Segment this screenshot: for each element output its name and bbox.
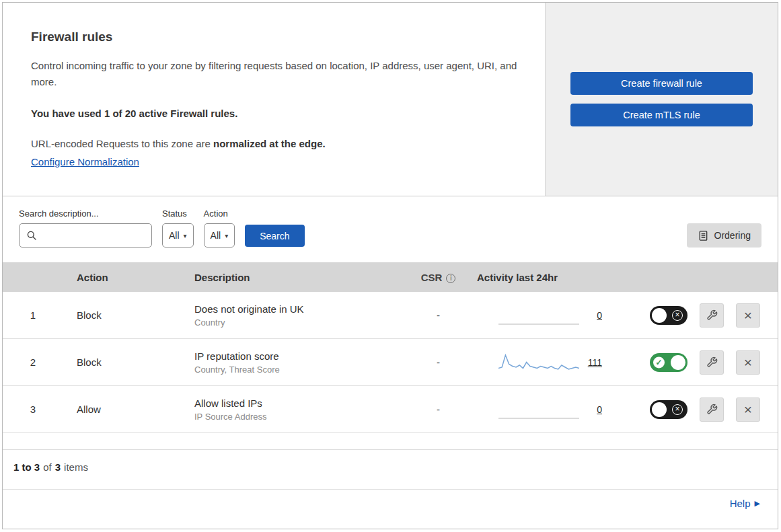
rule-action: Allow	[63, 404, 181, 415]
table-row: 2 Block IP reputation score Country, Thr…	[3, 339, 778, 386]
normalization-note: URL-encoded Requests to this zone are no…	[31, 138, 518, 149]
x-icon: ×	[672, 404, 683, 415]
action-column-header: Action	[63, 272, 181, 283]
check-icon: ✓	[653, 356, 665, 368]
search-icon	[26, 230, 37, 241]
rule-enabled-toggle[interactable]: ✓ ×	[650, 400, 687, 419]
chevron-down-icon: ▾	[225, 232, 228, 239]
table-header: Action Description CSRi Activity last 24…	[3, 262, 778, 292]
configure-normalization-link[interactable]: Configure Normalization	[31, 156, 139, 167]
page-description: Control incoming traffic to your zone by…	[31, 58, 518, 90]
rule-priority: 1	[3, 309, 63, 321]
rule-csr: -	[400, 309, 463, 321]
table-row: 1 Block Does not originate in UK Country…	[3, 292, 778, 339]
rule-criteria: IP Source Address	[194, 412, 400, 422]
table-bottom-spacer	[3, 433, 778, 449]
rule-criteria: Country	[194, 317, 400, 328]
info-icon[interactable]: i	[446, 274, 455, 283]
wrench-icon	[706, 356, 718, 368]
rule-enabled-toggle[interactable]: ✓ ×	[650, 306, 687, 325]
edit-rule-button[interactable]	[700, 303, 724, 328]
rule-controls: ✓ × ×	[605, 397, 778, 422]
rule-description-cell: Does not originate in UK Country	[181, 303, 400, 328]
action-value: All	[211, 230, 221, 241]
activity-count-link[interactable]: 0	[597, 404, 602, 415]
action-dropdown[interactable]: All ▾	[204, 223, 235, 248]
delete-rule-button[interactable]: ×	[736, 303, 760, 328]
delete-rule-button[interactable]: ×	[736, 350, 760, 375]
normalization-text: URL-encoded Requests to this zone are	[31, 138, 211, 149]
table-row: 3 Allow Allow listed IPs IP Source Addre…	[3, 386, 778, 433]
rule-activity-cell: 0	[463, 398, 605, 421]
usage-summary: You have used 1 of 20 active Firewall ru…	[31, 108, 518, 119]
actions-panel: Create firewall rule Create mTLS rule	[546, 3, 778, 196]
toggle-knob	[671, 355, 685, 370]
action-filter-group: Action All ▾	[204, 208, 235, 248]
status-dropdown[interactable]: All ▾	[162, 223, 194, 248]
rule-description: Does not originate in UK	[194, 303, 400, 315]
toggle-knob	[652, 402, 667, 417]
close-icon: ×	[744, 308, 752, 322]
firewall-rules-card: Firewall rules Control incoming traffic …	[2, 2, 778, 529]
rule-activity-cell: 0	[463, 304, 605, 327]
rule-description: Allow listed IPs	[194, 397, 400, 409]
edit-rule-button[interactable]	[700, 350, 724, 375]
normalization-bold: normalized at the edge.	[213, 138, 326, 149]
rule-activity-cell: 111	[463, 351, 605, 374]
ordering-label: Ordering	[714, 230, 751, 241]
rule-action: Block	[63, 309, 181, 321]
rule-priority: 3	[3, 404, 63, 415]
page-title: Firewall rules	[31, 30, 518, 44]
create-mtls-rule-button[interactable]: Create mTLS rule	[570, 104, 753, 126]
description-column-header: Description	[181, 272, 400, 283]
status-filter-group: Status All ▾	[162, 208, 194, 248]
close-icon: ×	[744, 355, 752, 369]
status-label: Status	[162, 208, 194, 219]
search-label: Search description...	[19, 208, 152, 219]
activity-sparkline	[498, 304, 579, 327]
filter-bar: Search description... Status All ▾ Actio…	[3, 196, 778, 262]
list-document-icon	[698, 230, 709, 241]
activity-sparkline	[498, 351, 579, 374]
arrow-right-icon: ▶	[755, 499, 760, 508]
header-panel: Firewall rules Control incoming traffic …	[3, 3, 546, 196]
chevron-down-icon: ▾	[184, 232, 187, 239]
delete-rule-button[interactable]: ×	[736, 397, 760, 422]
create-firewall-rule-button[interactable]: Create firewall rule	[570, 72, 753, 95]
wrench-icon	[706, 309, 718, 321]
action-label: Action	[204, 208, 235, 219]
rule-csr: -	[400, 404, 463, 415]
toggle-knob	[652, 308, 667, 323]
help-bar: Help ▶	[3, 489, 778, 529]
status-value: All	[169, 230, 180, 241]
pagination-summary: 1 to 3 of 3 items	[3, 449, 778, 489]
activity-count-link[interactable]: 0	[597, 310, 602, 321]
x-icon: ×	[672, 310, 683, 321]
activity-column-header: Activity last 24hr	[463, 272, 605, 283]
activity-count-link[interactable]: 111	[588, 357, 602, 368]
search-button[interactable]: Search	[245, 225, 304, 247]
items-total: 3	[55, 461, 61, 473]
search-input[interactable]	[19, 223, 152, 248]
rule-csr: -	[400, 356, 463, 368]
activity-sparkline	[498, 398, 579, 421]
rule-enabled-toggle[interactable]: ✓ ×	[650, 353, 687, 372]
rule-controls: ✓ × ×	[605, 303, 778, 328]
search-box	[19, 223, 152, 248]
rule-action: Block	[63, 356, 181, 368]
wrench-icon	[706, 404, 718, 415]
rule-controls: ✓ × ×	[605, 350, 778, 375]
ordering-button[interactable]: Ordering	[687, 223, 761, 248]
rule-description-cell: IP reputation score Country, Threat Scor…	[181, 350, 400, 375]
edit-rule-button[interactable]	[700, 397, 724, 422]
rule-description-cell: Allow listed IPs IP Source Address	[181, 397, 400, 422]
items-range: 1 to 3	[13, 461, 40, 473]
rule-priority: 2	[3, 356, 63, 368]
csr-column-header: CSRi	[400, 272, 463, 283]
rule-description: IP reputation score	[194, 350, 400, 362]
search-group: Search description...	[19, 208, 152, 248]
help-link[interactable]: Help ▶	[730, 498, 760, 509]
header-section: Firewall rules Control incoming traffic …	[3, 3, 778, 196]
close-icon: ×	[744, 402, 752, 416]
rule-criteria: Country, Threat Score	[194, 365, 400, 375]
